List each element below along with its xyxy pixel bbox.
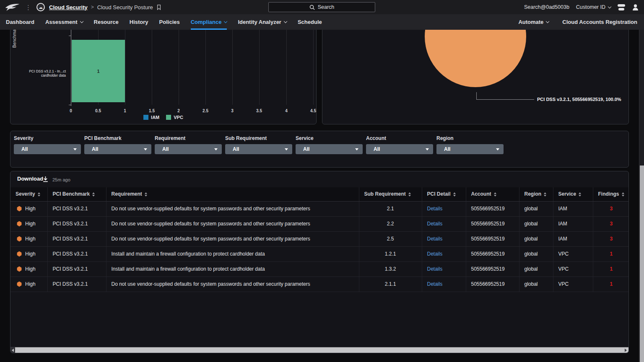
pie-leader-line <box>476 92 477 100</box>
tab-dashboard[interactable]: Dashboard <box>6 14 34 30</box>
table-row[interactable]: High PCI DSS v3.2.1 Do not use vendor-su… <box>10 201 629 216</box>
filter-select-pci-benchmark[interactable]: All <box>84 144 151 154</box>
caret-down-icon <box>355 148 358 150</box>
global-search-input[interactable]: Search <box>268 2 375 12</box>
severity-high-icon <box>17 282 22 287</box>
benchmark-cell: PCI DSS v3.2.1 <box>47 277 106 292</box>
user-profile-icon[interactable] <box>632 4 639 11</box>
col-header-account[interactable]: Account <box>466 187 519 201</box>
gridline <box>125 30 125 105</box>
severity-high-icon <box>17 221 22 227</box>
pie-slice-pci-dss[interactable] <box>425 30 526 87</box>
filter-select-account[interactable]: All <box>366 144 433 154</box>
table-row[interactable]: High PCI DSS v3.2.1 Install and maintain… <box>10 261 629 277</box>
sort-icon <box>622 192 624 197</box>
legend-item-vpc[interactable]: VPC <box>166 115 183 120</box>
customer-id-dropdown[interactable]: Customer ID <box>576 4 611 10</box>
user-scope-label[interactable]: Search@0ad5003b <box>524 4 569 10</box>
sort-icon <box>544 192 546 197</box>
x-tick-label: 1.5 <box>143 109 160 113</box>
automate-menu[interactable]: Automate <box>518 19 549 25</box>
requirement-cell: Install and maintain a firewall configur… <box>106 246 359 261</box>
service-cell: VPC <box>553 246 593 261</box>
scroll-left-button[interactable] <box>10 347 15 353</box>
tab-compliance[interactable]: Compliance <box>191 14 227 30</box>
sub-requirement-cell: 2.5 <box>359 231 422 246</box>
filter-select-requirement[interactable]: All <box>155 144 222 154</box>
col-header-pci-benchmark[interactable]: PCI Benchmark <box>47 187 106 201</box>
findings-cell: 1 <box>593 277 629 292</box>
pci-detail-link[interactable]: Details <box>427 251 443 257</box>
main-nav: Dashboard Assessment Resource History Po… <box>0 14 644 30</box>
table-row[interactable]: High PCI DSS v3.2.1 Do not use vendor-su… <box>10 216 629 231</box>
x-tick-label: 4 <box>278 109 295 113</box>
col-header-requirement[interactable]: Requirement <box>106 187 359 201</box>
falcon-logo-icon[interactable] <box>5 3 20 11</box>
table-row[interactable]: High PCI DSS v3.2.1 Do not use vendor-su… <box>10 277 629 292</box>
col-header-sub-requirement[interactable]: Sub Requirement <box>359 187 422 201</box>
tab-resource[interactable]: Resource <box>94 14 119 30</box>
tab-identity-analyzer[interactable]: Identity Analyzer <box>238 14 287 30</box>
table-row[interactable]: High PCI DSS v3.2.1 Install and maintain… <box>10 246 629 261</box>
scroll-right-button[interactable] <box>623 347 628 353</box>
account-cell: 505566952519 <box>466 277 519 292</box>
vertical-scrollbar-thumb[interactable] <box>640 165 644 362</box>
pci-detail-link[interactable]: Details <box>427 206 443 212</box>
console-stack-icon[interactable] <box>618 4 625 10</box>
chevron-down-icon <box>284 20 287 23</box>
x-tick-label: 2 <box>170 109 187 113</box>
filter-label: Region <box>436 135 454 141</box>
filter-select-severity[interactable]: All <box>14 144 81 154</box>
category-label: PCI DSS v3.2.1 - In...ct cardholder data <box>14 69 66 78</box>
benchmark-cell: PCI DSS v3.2.1 <box>47 201 106 216</box>
cloud-accounts-registration-button[interactable]: Cloud Accounts Registration <box>562 19 637 25</box>
benchmark-pie-chart-card: PCI DSS v3.2.1, 505566952519, 100.0% <box>322 30 629 124</box>
findings-cell: 3 <box>593 231 629 246</box>
findings-cell: 3 <box>593 201 629 216</box>
tab-schedule[interactable]: Schedule <box>298 14 322 30</box>
filter-select-service[interactable]: All <box>296 144 363 154</box>
download-icon[interactable] <box>42 176 49 184</box>
horizontal-scrollbar[interactable] <box>10 347 628 353</box>
col-header-pci-detail[interactable]: PCI Detail <box>422 187 466 201</box>
kebab-menu-icon[interactable]: ⋮ <box>25 4 31 10</box>
tab-policies[interactable]: Policies <box>159 14 180 30</box>
requirement-cell: Do not use vendor-supplied defaults for … <box>106 216 359 231</box>
chevron-down-icon <box>224 20 227 23</box>
axis-tick <box>69 36 71 36</box>
x-tick-label: 4.5 <box>305 109 317 113</box>
gridline <box>259 30 260 105</box>
account-cell: 505566952519 <box>466 261 519 277</box>
requirement-cell: Install and maintain a firewall configur… <box>106 261 359 277</box>
severity-label: High <box>25 236 36 242</box>
col-header-service[interactable]: Service <box>553 187 593 201</box>
filter-label: PCI Benchmark <box>84 135 122 141</box>
pie-annotation: PCI DSS v3.2.1, 505566952519, 100.0% <box>537 97 621 102</box>
pci-detail-link[interactable]: Details <box>427 266 443 272</box>
vpc-bar[interactable]: 1 <box>72 40 125 102</box>
requirement-cell: Do not use vendor-supplied defaults for … <box>106 277 359 292</box>
tab-history[interactable]: History <box>130 14 148 30</box>
sub-requirement-cell: 1.3.2 <box>359 261 422 277</box>
col-header-region[interactable]: Region <box>519 187 553 201</box>
severity-label: High <box>25 206 36 212</box>
pci-detail-link[interactable]: Details <box>427 221 443 227</box>
bookmark-icon[interactable] <box>156 4 161 10</box>
col-header-findings[interactable]: Findings <box>593 187 629 201</box>
benchmark-cell: PCI DSS v3.2.1 <box>47 261 106 277</box>
col-header-severity[interactable]: Severity <box>10 187 47 201</box>
table-row[interactable]: High PCI DSS v3.2.1 Do not use vendor-su… <box>10 231 629 246</box>
filter-select-sub-requirement[interactable]: All <box>225 144 292 154</box>
pci-detail-link[interactable]: Details <box>427 236 443 242</box>
horizontal-scrollbar-thumb[interactable] <box>15 347 623 353</box>
tab-assessment[interactable]: Assessment <box>45 14 83 30</box>
sort-icon <box>92 192 95 197</box>
pci-detail-link[interactable]: Details <box>427 281 443 287</box>
legend-item-iam[interactable]: IAM <box>143 115 159 120</box>
vertical-scrollbar[interactable] <box>639 30 644 362</box>
caret-down-icon <box>73 148 77 150</box>
filter-select-region[interactable]: All <box>436 144 504 154</box>
caret-down-icon <box>214 148 218 150</box>
cloud-security-icon[interactable]: ☁ <box>36 3 45 11</box>
breadcrumb-cloud-security-link[interactable]: Cloud Security <box>49 4 88 10</box>
